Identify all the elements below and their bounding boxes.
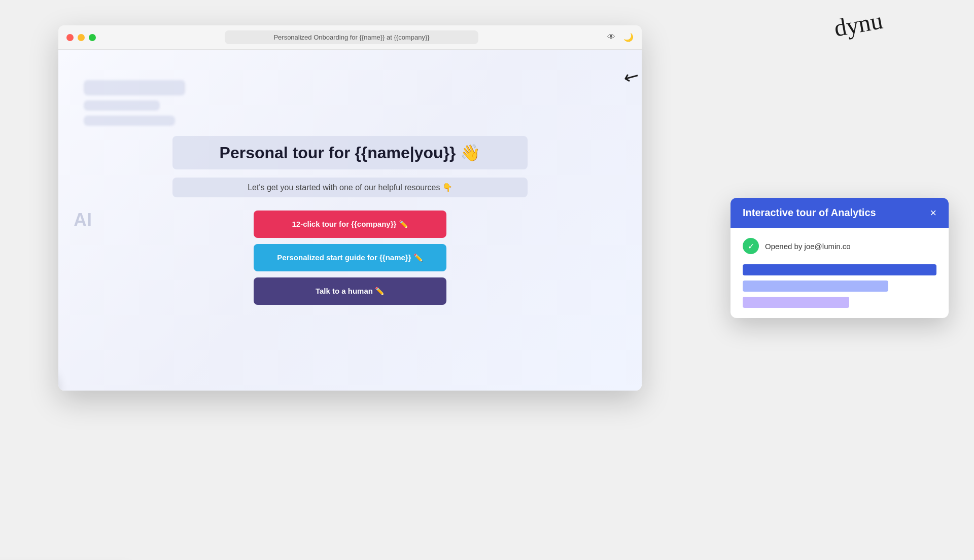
bg-decoration-3 xyxy=(84,116,175,126)
status-check-icon: ✓ xyxy=(743,238,759,254)
ai-label: AI xyxy=(74,209,92,231)
browser-content: AI Personal tour for {{name|you}} 👋 Let'… xyxy=(58,50,642,391)
popup-card: Interactive tour of Analytics × ✓ Opened… xyxy=(730,198,949,318)
browser-controls xyxy=(66,34,96,41)
guide-button[interactable]: Personalized start guide for {{name}} ✏️ xyxy=(254,244,446,271)
browser-maximize-button[interactable] xyxy=(89,34,96,41)
cta-buttons-container: 12-click tour for {{company}} ✏️ Persona… xyxy=(254,211,446,305)
tour-button[interactable]: 12-click tour for {{company}} ✏️ xyxy=(254,211,446,238)
page-wrapper: dynu ↙ Personalized Onboarding for {{nam… xyxy=(0,0,974,560)
popup-progress-bars xyxy=(743,264,936,308)
browser-address-bar: Personalized Onboarding for {{name}} at … xyxy=(225,30,478,44)
page-title: Personal tour for {{name|you}} 👋 xyxy=(193,143,507,162)
eye-icon: 👁 xyxy=(607,32,615,42)
main-content: Personal tour for {{name|you}} 👋 Let's g… xyxy=(172,136,528,305)
popup-title: Interactive tour of Analytics xyxy=(743,207,876,219)
browser-toolbar-icons: 👁 🌙 xyxy=(607,32,634,42)
checkmark-icon: ✓ xyxy=(748,241,754,251)
browser-titlebar: Personalized Onboarding for {{name}} at … xyxy=(58,25,642,50)
bg-decoration-1 xyxy=(84,80,185,95)
progress-bar-1 xyxy=(743,264,936,275)
annotation-text: dynu xyxy=(832,6,885,42)
browser-close-button[interactable] xyxy=(66,34,74,41)
moon-icon: 🌙 xyxy=(623,32,634,42)
bg-decoration-2 xyxy=(84,100,160,111)
progress-bar-3 xyxy=(743,297,849,308)
progress-bar-2 xyxy=(743,281,888,292)
popup-status-row: ✓ Opened by joe@lumin.co xyxy=(743,238,936,254)
status-text: Opened by joe@lumin.co xyxy=(765,242,851,251)
page-subtitle: Let's get you started with one of our he… xyxy=(193,183,507,192)
popup-header: Interactive tour of Analytics × xyxy=(730,198,949,228)
human-button[interactable]: Talk to a human ✏️ xyxy=(254,277,446,305)
main-subtitle-bar: Let's get you started with one of our he… xyxy=(172,178,528,197)
main-title-bar: Personal tour for {{name|you}} 👋 xyxy=(172,136,528,169)
browser-minimize-button[interactable] xyxy=(78,34,85,41)
popup-close-button[interactable]: × xyxy=(930,207,936,219)
popup-body: ✓ Opened by joe@lumin.co xyxy=(730,228,949,318)
browser-window: Personalized Onboarding for {{name}} at … xyxy=(58,25,642,391)
